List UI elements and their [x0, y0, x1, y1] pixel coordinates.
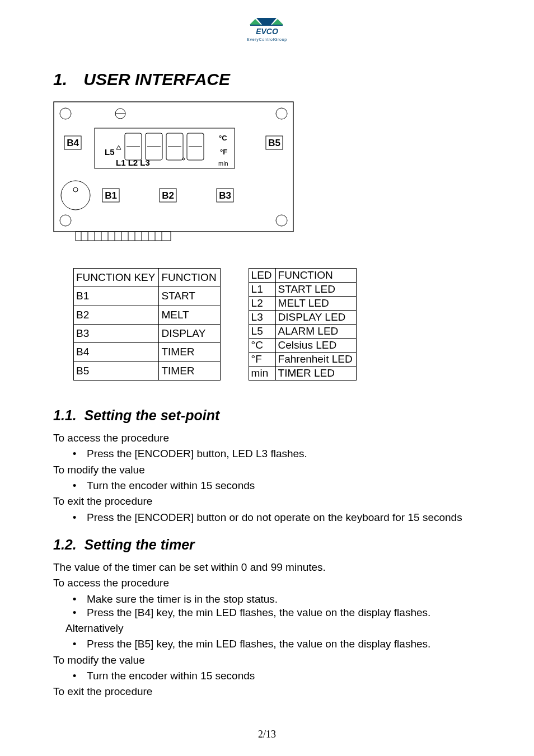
- table-row: L2MELT LED: [249, 297, 356, 311]
- subsection-1-1-heading: 1.1. Setting the set-point: [53, 407, 481, 424]
- table-row: B1START: [74, 287, 221, 306]
- table-row: FUNCTION KEY FUNCTION: [74, 269, 221, 287]
- subsection-title: Setting the set-point: [85, 407, 220, 423]
- svg-point-4: [60, 215, 71, 226]
- list-item: Press the [ENCODER] button, LED L3 flash…: [82, 447, 481, 461]
- section-1-num: 1.: [53, 70, 79, 89]
- logo-subtitle-text: EveryControlGroup: [247, 37, 287, 42]
- section-1-heading: 1. USER INTERFACE: [53, 70, 481, 89]
- led-function-table: LED FUNCTION L1START LED L2MELT LED L3DI…: [249, 268, 357, 381]
- list-item: Turn the encoder within 15 seconds: [82, 479, 481, 492]
- body-text: To exit the procedure: [53, 495, 481, 508]
- body-text: To modify the value: [53, 463, 481, 477]
- table-row: L3DISPLAY LED: [249, 311, 356, 325]
- body-text: The value of the timer can be set within…: [53, 561, 481, 574]
- list-item: Press the [ENCODER] button or do not ope…: [82, 511, 481, 524]
- svg-text:B5: B5: [268, 138, 280, 148]
- svg-text:L5: L5: [105, 147, 115, 157]
- svg-text:B2: B2: [162, 190, 174, 201]
- body-text: To access the procedure: [53, 576, 481, 590]
- svg-point-28: [73, 187, 78, 192]
- list-item: Press the [B5] key, the min LED flashes,…: [82, 637, 481, 651]
- body-text: Alternatively: [53, 622, 481, 635]
- page-number: 2/13: [258, 729, 276, 740]
- svg-text:°F: °F: [220, 148, 227, 156]
- svg-text:°C: °C: [219, 134, 227, 142]
- subsection-num: 1.1.: [53, 407, 77, 423]
- table-header-cell: FUNCTION: [275, 269, 356, 283]
- svg-point-3: [276, 108, 287, 119]
- svg-point-5: [276, 215, 287, 226]
- table-row: °CCelsius LED: [249, 339, 356, 353]
- list-item: Press the [B4] key, the min LED flashes,…: [82, 606, 481, 619]
- svg-rect-0: [250, 25, 283, 26]
- table-row: L1START LED: [249, 283, 356, 297]
- table-row: B3DISPLAY: [74, 324, 221, 342]
- body-text: To access the procedure: [53, 431, 481, 445]
- function-key-table: FUNCTION KEY FUNCTION B1START B2MELT B3D…: [73, 268, 221, 381]
- svg-text:B4: B4: [67, 138, 79, 148]
- svg-text:L1 L2 L3: L1 L2 L3: [116, 158, 150, 167]
- svg-text:B1: B1: [105, 190, 117, 201]
- subsection-title: Setting the timer: [85, 537, 195, 552]
- list-item: Make sure the timer is in the stop statu…: [82, 593, 481, 606]
- section-1-title: USER INTERFACE: [83, 70, 230, 88]
- table-row: L5ALARM LED: [249, 325, 356, 339]
- table-header-cell: FUNCTION: [159, 269, 220, 287]
- table-row: B5TIMER: [74, 361, 221, 380]
- table-header-cell: FUNCTION KEY: [74, 269, 159, 287]
- svg-text:B3: B3: [219, 190, 231, 201]
- table-row: °FFahrenheit LED: [249, 353, 356, 367]
- svg-rect-35: [76, 232, 171, 241]
- list-item: Turn the encoder within 15 seconds: [82, 669, 481, 683]
- tables-row: FUNCTION KEY FUNCTION B1START B2MELT B3D…: [73, 268, 481, 381]
- body-text: To exit the procedure: [53, 685, 481, 698]
- table-row: B2MELT: [74, 306, 221, 324]
- svg-rect-1: [54, 102, 293, 232]
- brand-logo: EVCO EveryControlGroup: [236, 17, 298, 47]
- logo-brand-text: EVCO: [256, 27, 278, 36]
- body-text: To modify the value: [53, 654, 481, 667]
- table-row: B4TIMER: [74, 343, 221, 361]
- device-diagram: B4 B5 L5: [53, 101, 294, 247]
- table-header-cell: LED: [249, 269, 275, 283]
- svg-point-27: [61, 181, 90, 210]
- table-row: LED FUNCTION: [249, 269, 356, 283]
- subsection-1-2-heading: 1.2. Setting the timer: [53, 537, 481, 553]
- table-row: minTIMER LED: [249, 367, 356, 381]
- svg-text:min: min: [218, 160, 228, 167]
- svg-point-2: [60, 108, 71, 119]
- subsection-num: 1.2.: [53, 537, 77, 552]
